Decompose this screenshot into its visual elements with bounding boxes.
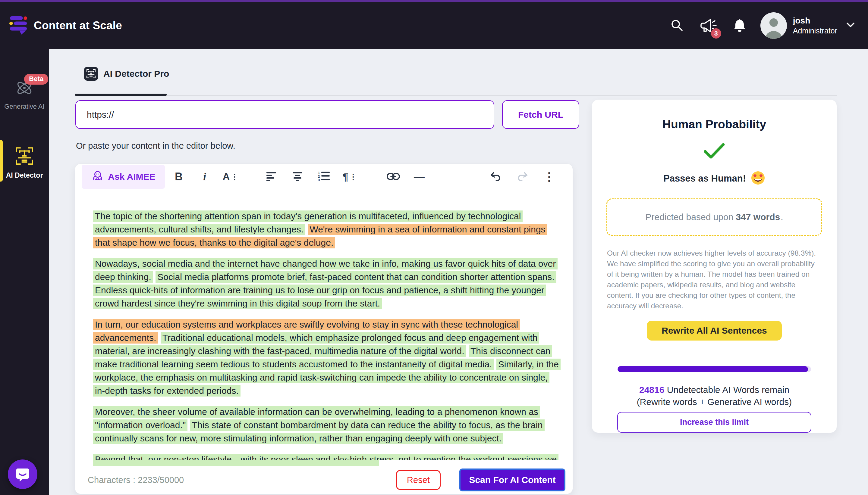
undo-icon [490, 172, 502, 182]
reset-button[interactable]: Reset [396, 470, 441, 490]
increase-limit-button[interactable]: Increase this limit [617, 412, 811, 433]
horizontal-rule-button[interactable]: — [412, 169, 426, 185]
bold-button[interactable]: B [171, 169, 186, 185]
avatar [760, 12, 787, 39]
editor-paragraph: Nowadays, social media and the internet … [93, 257, 559, 310]
rewrite-all-ai-sentences-button[interactable]: Rewrite All AI Sentences [647, 321, 782, 340]
ordered-list-icon: 1 2 3 [318, 171, 330, 183]
redo-button[interactable] [515, 169, 529, 185]
svg-text:3: 3 [318, 178, 320, 182]
ask-aimee-button[interactable]: Ask AIMEE [82, 165, 165, 189]
italic-button[interactable]: i [197, 169, 212, 185]
clipped-text-line [93, 460, 379, 466]
predicted-suffix: . [781, 212, 783, 222]
sentence-highlight-green: Social media platforms promote brief, fa… [155, 271, 556, 283]
bell-icon [733, 18, 747, 33]
user-menu[interactable]: josh Administrator [760, 12, 855, 39]
brand-name: Content at Scale [34, 19, 122, 32]
kebab-menu-icon: ⋮ [543, 170, 555, 183]
accuracy-description: Our AI checker now achieves higher level… [607, 248, 822, 311]
check-icon [703, 142, 725, 161]
active-indicator [0, 140, 3, 182]
editor-statusbar: Characters : 2233/50000 Reset Scan For A… [75, 466, 573, 494]
editor-content[interactable]: The topic of the shortening attention sp… [75, 190, 573, 460]
tabs-divider [75, 95, 837, 96]
paste-hint: Or paste your content in the editor belo… [76, 141, 235, 151]
app-header: Content at Scale 3 [0, 0, 868, 49]
editor-toolbar: Ask AIMEE B i A⋮ [75, 164, 573, 190]
editor-paragraph: Beyond that, our non-stop lifestyle—with… [93, 453, 559, 460]
chat-launcher-button[interactable] [8, 459, 37, 489]
progress-fill [618, 366, 808, 372]
editor-card: Ask AIMEE B i A⋮ [75, 164, 573, 494]
predicted-words-box: Predicted based upon 347 words . [606, 199, 822, 236]
dots-icon: ⋮ [349, 172, 357, 182]
panel-divider [605, 355, 824, 356]
character-count: Characters : 2233/50000 [88, 475, 184, 485]
words-remaining-progress [618, 366, 811, 372]
brand-logo-icon [9, 15, 28, 36]
align-left-icon [266, 172, 278, 182]
words-remaining-label: Undetectable AI Words remain [664, 385, 789, 395]
align-center-button[interactable] [291, 169, 305, 185]
paragraph-format-button[interactable]: ¶⋮ [343, 169, 357, 185]
dots-icon: ⋮ [231, 172, 239, 182]
chevron-down-icon [846, 22, 855, 29]
editor-paragraph: In turn, our education systems and workp… [93, 318, 559, 397]
url-input[interactable] [75, 100, 494, 129]
font-size-icon: A [223, 171, 230, 183]
align-center-icon [292, 172, 304, 182]
ask-aimee-label: Ask AIMEE [108, 172, 155, 182]
tab-scan-icon [84, 67, 98, 81]
bold-icon: B [175, 170, 183, 183]
top-accent-strip [0, 0, 868, 2]
notification-count-badge: 3 [711, 28, 721, 38]
more-options-button[interactable]: ⋮ [542, 169, 556, 185]
editor-paragraph: The topic of the shortening attention sp… [93, 209, 559, 249]
paragraph-icon: ¶ [343, 171, 348, 183]
predicted-prefix: Predicted based upon [645, 212, 734, 222]
editor-paragraph: Moreover, the sheer volume of available … [93, 405, 559, 445]
sidebar-item-label: Generative AI [4, 103, 44, 110]
link-button[interactable] [386, 169, 400, 185]
octopus-icon [91, 170, 104, 184]
search-button[interactable] [670, 18, 684, 33]
redo-icon [516, 172, 528, 182]
sentence-highlight-green: Beyond that, our non-stop lifestyle—with… [93, 454, 558, 460]
font-size-button[interactable]: A⋮ [223, 169, 238, 185]
svg-text:1: 1 [318, 171, 320, 175]
italic-icon: i [203, 170, 206, 183]
words-remaining-count: 24816 [639, 385, 664, 395]
tab-label: AI Detector Pro [103, 69, 169, 79]
human-probability-panel: Human Probability Passes as Human! Predi… [592, 99, 837, 433]
star-struck-emoji-icon [751, 171, 765, 186]
announcements-button[interactable]: 3 [700, 17, 717, 35]
sidebar-item-generative-ai[interactable]: Beta Generative AI [0, 79, 49, 110]
chat-icon [15, 466, 30, 483]
notifications-button[interactable] [733, 18, 747, 33]
sidebar-item-ai-detector[interactable]: AI Detector [0, 146, 49, 180]
user-name: josh [793, 16, 837, 25]
active-tab-underline [75, 93, 167, 96]
ai-detector-scan-icon [15, 146, 34, 167]
svg-text:2: 2 [318, 175, 320, 178]
sentence-highlight-green: Endless quick-hits of information are tr… [93, 285, 546, 309]
words-remaining-sub: (Rewrite words + Generative AI words) [637, 397, 792, 407]
search-icon [670, 18, 684, 33]
fetch-url-button[interactable]: Fetch URL [502, 100, 579, 129]
link-icon [387, 172, 400, 181]
beta-badge: Beta [24, 74, 48, 85]
scan-for-ai-content-button[interactable]: Scan For AI Content [459, 468, 566, 491]
sidebar-item-label: AI Detector [6, 171, 43, 180]
user-role: Administrator [793, 27, 837, 35]
align-left-button[interactable] [265, 169, 279, 185]
sidebar: Beta Generative AI AI Detector [0, 49, 49, 495]
undo-button[interactable] [489, 169, 503, 185]
ordered-list-button[interactable]: 1 2 3 [317, 169, 331, 185]
tab-ai-detector-pro[interactable]: AI Detector Pro [84, 67, 169, 81]
panel-title: Human Probability [662, 118, 766, 131]
predicted-word-count: 347 words [736, 212, 780, 222]
words-remaining-line: 24816 Undetectable AI Words remain [639, 385, 789, 395]
verdict-text: Passes as Human! [664, 173, 746, 184]
brand-logo[interactable]: Content at Scale [9, 15, 122, 36]
